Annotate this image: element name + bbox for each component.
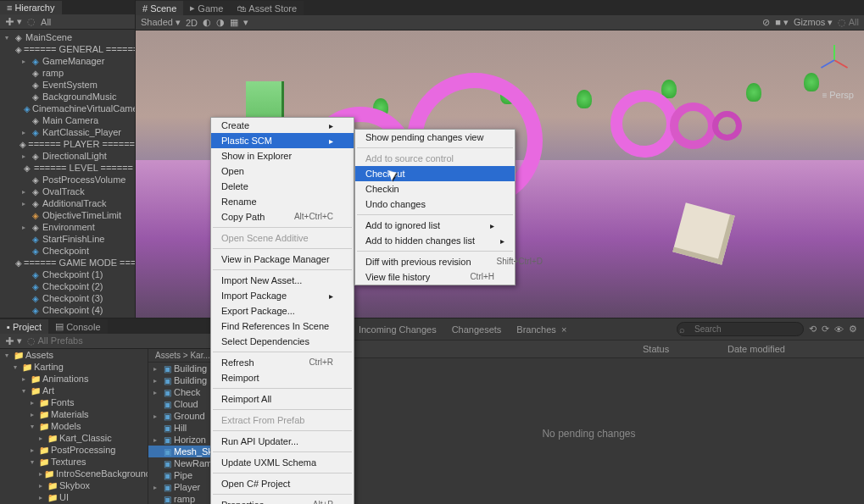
hierarchy-item[interactable]: ◈EventSystem (0, 79, 135, 91)
hierarchy-item[interactable]: ◈CinemachineVirtualCamera (0, 102, 135, 114)
scene-search[interactable]: ◌ All (838, 17, 859, 28)
toolbar-icon[interactable]: ⊘ (762, 17, 770, 28)
menu-item[interactable]: Open (211, 163, 354, 179)
menu-item[interactable]: Checkout (355, 166, 515, 181)
hierarchy-item[interactable]: ◈StartFinishLine (0, 233, 135, 245)
col-date[interactable]: Date modified (727, 344, 857, 354)
toolbar-icon[interactable]: ▦ (230, 17, 238, 28)
scm-tab-changesets[interactable]: Changesets (452, 324, 502, 335)
hierarchy-item[interactable]: ▸◈DirectionalLight (0, 150, 135, 162)
toolbar-icon[interactable]: ◐ (203, 17, 211, 28)
folder-item[interactable]: ▸📁PostProcessing (0, 444, 148, 456)
hierarchy-item[interactable]: ▸◈KartClassic_Player (0, 126, 135, 138)
folder-item[interactable]: ▸📁IntroSceneBackgrounds (0, 468, 148, 479)
menu-item[interactable]: Create (211, 118, 354, 133)
reload-icon[interactable]: ⟲ (809, 324, 817, 335)
toolbar-icon[interactable]: ◑ (216, 17, 225, 28)
menu-item[interactable]: Find References In Scene (211, 318, 354, 334)
menu-item[interactable]: Checkin (355, 181, 515, 197)
hierarchy-item[interactable]: ◈ramp (0, 67, 135, 79)
hierarchy-item[interactable]: ▸◈AdditionalTrack (0, 197, 135, 209)
menu-item[interactable]: Run API Updater... (211, 434, 354, 449)
col-item[interactable]: Item (321, 344, 643, 354)
reload-icon[interactable]: ⟳ (822, 324, 829, 335)
hierarchy-item[interactable]: ◈Checkpoint (3) (0, 292, 135, 304)
mode-2d[interactable]: 2D (186, 18, 198, 28)
tab-assetstore[interactable]: 🛍Asset Store (230, 1, 304, 15)
toolbar-dropdown[interactable]: ▾ (243, 17, 248, 28)
folder-item[interactable]: ▾📁Art (0, 385, 148, 396)
hierarchy-item[interactable]: ◈ObjectiveTimeLimit (0, 209, 135, 221)
hierarchy-item[interactable]: ▸◈GameManager (0, 55, 135, 67)
gear-icon[interactable]: ⚙ (849, 324, 857, 335)
project-search[interactable]: ◌ All Prefabs (27, 335, 83, 346)
hierarchy-item[interactable]: ◈Checkpoint (0, 245, 135, 257)
hierarchy-tab[interactable]: ≡Hierarchy (0, 1, 62, 14)
menu-item[interactable]: Plastic SCM (211, 133, 354, 148)
menu-item[interactable]: View in Package Manager (211, 252, 354, 267)
folder-item[interactable]: ▾📁Models (0, 420, 148, 432)
menu-item[interactable]: Import Package (211, 288, 354, 303)
hierarchy-item[interactable]: ◈====== PLAYER ====== (0, 138, 135, 150)
hierarchy-item[interactable]: ▸◈OvalTrack (0, 186, 135, 197)
menu-item[interactable]: Rename (211, 194, 354, 209)
hierarchy-item[interactable]: ◈BackgroundMusic (0, 91, 135, 102)
folder-item[interactable]: ▸📁Materials (0, 408, 148, 420)
hierarchy-item[interactable]: ◈====== LEVEL ====== (0, 162, 135, 174)
tab-console[interactable]: ▤Console (48, 319, 107, 334)
hierarchy-item[interactable]: ◈Main Camera (0, 114, 135, 126)
menu-item[interactable]: Add to hidden changes list (355, 233, 515, 248)
shading-dropdown[interactable]: Shaded ▾ (141, 17, 181, 28)
orientation-gizmo[interactable] (817, 43, 851, 77)
col-status[interactable]: Status (643, 344, 727, 354)
hierarchy-search[interactable]: All (41, 17, 130, 27)
menu-item[interactable]: Update UXML Schema (211, 455, 354, 470)
eye-icon[interactable]: 👁 (834, 324, 844, 335)
menu-item[interactable]: Reimport (211, 370, 354, 385)
search-icon[interactable]: 🞣 ▾ (5, 16, 22, 27)
folder-item[interactable]: ▸📁Animations (0, 373, 148, 385)
folder-item[interactable]: ▸📁Kart_Classic (0, 432, 148, 444)
menu-item[interactable]: Add to ignored list (355, 218, 515, 233)
menu-item[interactable]: Show in Explorer (211, 148, 354, 163)
menu-item[interactable]: RefreshCtrl+R (211, 355, 354, 370)
folder-item[interactable]: ▸📁Fonts (0, 396, 148, 408)
folder-item[interactable]: ▸📁Skybox (0, 479, 148, 491)
gizmos-dropdown[interactable]: Gizmos ▾ (794, 17, 833, 28)
hierarchy-item[interactable]: ◈Checkpoint (4) (0, 304, 135, 316)
toolbar-icon[interactable]: ■ ▾ (775, 17, 789, 28)
menu-item[interactable]: Properties...Alt+P (211, 497, 354, 504)
persp-label[interactable]: ≡ Persp (822, 90, 854, 100)
scm-tab-branches[interactable]: Branches × (516, 324, 566, 335)
tab-scene[interactable]: #Scene (136, 1, 183, 15)
menu-item[interactable]: Reimport All (211, 391, 354, 407)
scm-tab-incoming[interactable]: Incoming Changes (359, 324, 437, 335)
menu-item[interactable]: Delete (211, 179, 354, 194)
project-add[interactable]: 🞣 ▾ (5, 335, 22, 346)
folder-item[interactable]: ▸📁UI (0, 491, 148, 503)
folder-item[interactable]: ▾📁Karting (0, 361, 148, 373)
hierarchy-item[interactable]: ◈Checkpoint (2) (0, 280, 135, 292)
menu-item[interactable]: Export Package... (211, 303, 354, 318)
menu-item[interactable]: Copy PathAlt+Ctrl+C (211, 209, 354, 224)
menu-item[interactable]: Diff with previous revisionShift+Ctrl+D (355, 254, 515, 269)
menu-item[interactable]: Import New Asset... (211, 273, 354, 288)
assets-root[interactable]: ▾📁Assets (0, 349, 148, 361)
close-icon[interactable]: × (561, 324, 566, 335)
scene-root[interactable]: ▾◈MainScene (0, 31, 135, 43)
menu-item[interactable]: Select Dependencies (211, 334, 354, 349)
menu-item[interactable]: View file historyCtrl+H (355, 269, 515, 285)
scm-search-input[interactable] (677, 322, 804, 336)
folder-item[interactable]: ▾📁Textures (0, 456, 148, 468)
tab-game[interactable]: ▸Game (183, 1, 230, 15)
hierarchy-item[interactable]: ◈====== GAME MODE ====== (0, 257, 135, 269)
hierarchy-item[interactable]: ▸◈Environment (0, 221, 135, 233)
scm-empty-message: No pending changes (314, 358, 864, 504)
tab-project[interactable]: ▪Project (0, 319, 48, 334)
hierarchy-item[interactable]: ◈PostProcessVolume (0, 174, 135, 186)
menu-item[interactable]: Open C# Project (211, 476, 354, 491)
menu-item[interactable]: Show pending changes view (355, 130, 515, 145)
hierarchy-item[interactable]: ◈====== GENERAL ====== (0, 43, 135, 55)
menu-item[interactable]: Undo changes (355, 197, 515, 212)
hierarchy-item[interactable]: ◈Checkpoint (1) (0, 269, 135, 280)
